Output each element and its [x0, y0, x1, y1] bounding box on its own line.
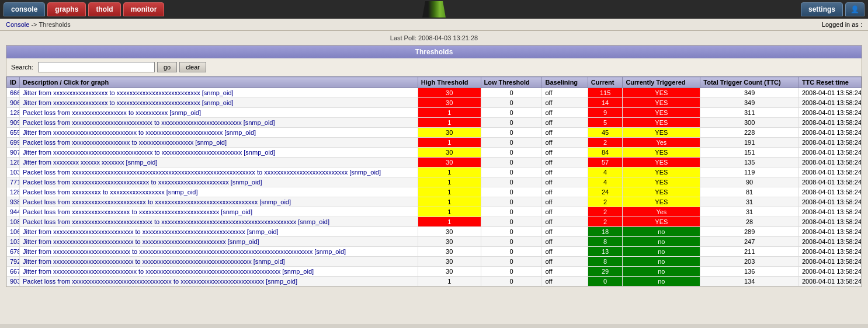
cell-desc[interactable]: Jitter from xxxxxxxx xxxxxx xxxxxxx [snm… — [20, 158, 418, 168]
last-poll-text: Last Poll: 2008-04-03 13:21:28 — [6, 34, 862, 41]
search-clear-button[interactable]: clear — [179, 62, 206, 72]
cell-reset: 2008-04-01 13:58:24 — [798, 247, 861, 257]
table-row: 1038Jitter from xxxxxxxxxxxxxxxxxxxxxxxx… — [7, 237, 862, 247]
cell-id[interactable]: 907 — [7, 148, 20, 158]
search-input[interactable] — [38, 62, 155, 72]
cell-triggered: Yes — [623, 207, 700, 217]
cell-desc[interactable]: Packet loss from xxxxxxxxxxxxxxxxxxxxxxx… — [20, 277, 418, 287]
table-row: 1068Jitter from xxxxxxxxxxxxxxxxxxxxxxxx… — [7, 227, 862, 237]
cell-id[interactable]: 655 — [7, 128, 20, 138]
cell-reset: 2008-04-01 13:58:24 — [798, 177, 861, 187]
th-ttc: Total Trigger Count (TTC) — [700, 77, 799, 88]
cell-high: 30 — [418, 158, 481, 168]
table-row: 1035Packet loss from xxxxxxxxxxxxxxxxxxx… — [7, 168, 862, 177]
top-navigation: console graphs thold monitor settings 👤 — [0, 0, 868, 19]
table-row: 938Packet loss from xxxxxxxxxxxxxxxxxxxx… — [7, 197, 862, 207]
cell-id[interactable]: 666 — [7, 88, 20, 98]
cell-reset: 2008-04-01 13:58:24 — [798, 148, 861, 158]
cell-reset: 2008-04-01 13:58:24 — [798, 168, 861, 177]
cell-id[interactable]: 667 — [7, 267, 20, 277]
nav-thold[interactable]: thold — [88, 2, 120, 16]
cell-desc[interactable]: Jitter from xxxxxxxxxxxxxxxxxxxxxxxxx to… — [20, 227, 418, 237]
cell-id[interactable]: 938 — [7, 197, 20, 207]
cell-id[interactable]: 1286 — [7, 158, 20, 168]
nav-profile[interactable]: 👤 — [845, 2, 864, 16]
main-content: Last Poll: 2008-04-03 13:21:28 Threshold… — [0, 31, 868, 324]
cell-id[interactable]: 1038 — [7, 237, 20, 247]
cell-desc[interactable]: Packet loss from xxxxxxxxxxxxxxxxxxxxxxx… — [20, 168, 418, 177]
cell-triggered: YES — [623, 108, 700, 118]
cell-low: 0 — [481, 88, 542, 98]
cell-ttc: 289 — [700, 227, 799, 237]
cell-desc[interactable]: Jitter from xxxxxxxxxxxxxxxxx to xxxxxxx… — [20, 88, 418, 98]
cell-ttc: 136 — [700, 267, 799, 277]
cell-ttc: 203 — [700, 257, 799, 267]
cell-desc[interactable]: Packet loss from xxxxxxxxxxxxxxxxxx to x… — [20, 138, 418, 148]
cell-triggered: YES — [623, 177, 700, 187]
thresholds-table: ID Description / Click for graph High Th… — [6, 76, 862, 287]
cell-current: 24 — [588, 187, 623, 197]
cell-reset: 2008-04-01 13:58:24 — [798, 118, 861, 128]
cell-high: 1 — [418, 197, 481, 207]
table-row: 1288Packet loss from xxxxxxxxx to xxxxxx… — [7, 187, 862, 197]
cell-baselining: off — [542, 108, 588, 118]
search-go-button[interactable]: go — [157, 62, 177, 72]
table-header-row: ID Description / Click for graph High Th… — [7, 77, 862, 88]
cell-id[interactable]: 903 — [7, 277, 20, 287]
cell-desc[interactable]: Packet loss from xxxxxxxxxxxxxxxxx to xx… — [20, 108, 418, 118]
th-id: ID — [7, 77, 20, 88]
cell-desc[interactable]: Packet loss from xxxxxxxxxxxxxxxxxxxxxxx… — [20, 118, 418, 128]
cell-id[interactable]: 699 — [7, 138, 20, 148]
cell-high: 30 — [418, 98, 481, 108]
cell-baselining: off — [542, 138, 588, 148]
table-row: 792Jitter from xxxxxxxxxxxxxxxxxxxxxxxxx… — [7, 257, 862, 267]
nav-console[interactable]: console — [4, 2, 45, 16]
table-row: 1287Packet loss from xxxxxxxxxxxxxxxxx t… — [7, 108, 862, 118]
cell-desc[interactable]: Jitter from xxxxxxxxxxxxxxxxxxxxxxxxx to… — [20, 237, 418, 247]
cell-desc[interactable]: Packet loss from xxxxxxxxx to xxxxxxxxxx… — [20, 187, 418, 197]
cell-id[interactable]: 1288 — [7, 187, 20, 197]
cell-ttc: 134 — [700, 277, 799, 287]
cell-desc[interactable]: Jitter from xxxxxxxxxxxxxxxxx to xxxxxxx… — [20, 98, 418, 108]
cell-baselining: off — [542, 98, 588, 108]
cell-triggered: YES — [623, 88, 700, 98]
cell-low: 0 — [481, 128, 542, 138]
cell-desc[interactable]: Packet loss from xxxxxxxxxxxxxxxxxx to x… — [20, 207, 418, 217]
cell-low: 0 — [481, 247, 542, 257]
cell-id[interactable]: 678 — [7, 247, 20, 257]
cell-ttc: 349 — [700, 88, 799, 98]
cell-desc[interactable]: Jitter from xxxxxxxxxxxxxxxxxxxxxxxx to … — [20, 247, 418, 257]
table-row: 655Jitter from xxxxxxxxxxxxxxxxxxxxxxxxx… — [7, 128, 862, 138]
breadcrumb-console-link[interactable]: Console — [6, 21, 29, 28]
cell-id[interactable]: 771 — [7, 177, 20, 187]
cell-id[interactable]: 1068 — [7, 227, 20, 237]
cell-baselining: off — [542, 177, 588, 187]
cell-high: 1 — [418, 207, 481, 217]
cell-reset: 2008-04-01 13:58:24 — [798, 207, 861, 217]
cell-id[interactable]: 906 — [7, 98, 20, 108]
cell-id[interactable]: 1287 — [7, 108, 20, 118]
cell-id[interactable]: 1082 — [7, 217, 20, 227]
th-reset: TTC Reset time — [798, 77, 861, 88]
nav-graphs[interactable]: graphs — [47, 2, 86, 16]
cell-desc[interactable]: Packet loss from xxxxxxxxxxxxxxxxxxxxxxx… — [20, 217, 418, 227]
nav-monitor[interactable]: monitor — [123, 2, 165, 16]
cell-desc[interactable]: Jitter from xxxxxxxxxxxxxxxxxxxxxxxxxxxx… — [20, 148, 418, 158]
cell-reset: 2008-04-01 13:58:24 — [798, 197, 861, 207]
cell-desc[interactable]: Jitter from xxxxxxxxxxxxxxxxxxxxxxxxxx t… — [20, 128, 418, 138]
cell-id[interactable]: 909 — [7, 118, 20, 128]
cell-id[interactable]: 1035 — [7, 168, 20, 177]
cell-desc[interactable]: Packet loss from xxxxxxxxxxxxxxxxxxxxxxx… — [20, 197, 418, 207]
cell-triggered: no — [623, 227, 700, 237]
cell-id[interactable]: 944 — [7, 207, 20, 217]
cell-current: 0 — [588, 277, 623, 287]
cell-reset: 2008-04-01 13:58:24 — [798, 128, 861, 138]
cell-ttc: 135 — [700, 158, 799, 168]
cell-low: 0 — [481, 267, 542, 277]
cell-desc[interactable]: Packet loss from xxxxxxxxxxxxxxxxxxxxxxx… — [20, 177, 418, 187]
table-row: 1286Jitter from xxxxxxxx xxxxxx xxxxxxx … — [7, 158, 862, 168]
nav-settings[interactable]: settings — [801, 2, 843, 16]
cell-desc[interactable]: Jitter from xxxxxxxxxxxxxxxxxxxxxxxxx to… — [20, 257, 418, 267]
cell-desc[interactable]: Jitter from xxxxxxxxxxxxxxxxxxxxxxxxxx t… — [20, 267, 418, 277]
cell-id[interactable]: 792 — [7, 257, 20, 267]
